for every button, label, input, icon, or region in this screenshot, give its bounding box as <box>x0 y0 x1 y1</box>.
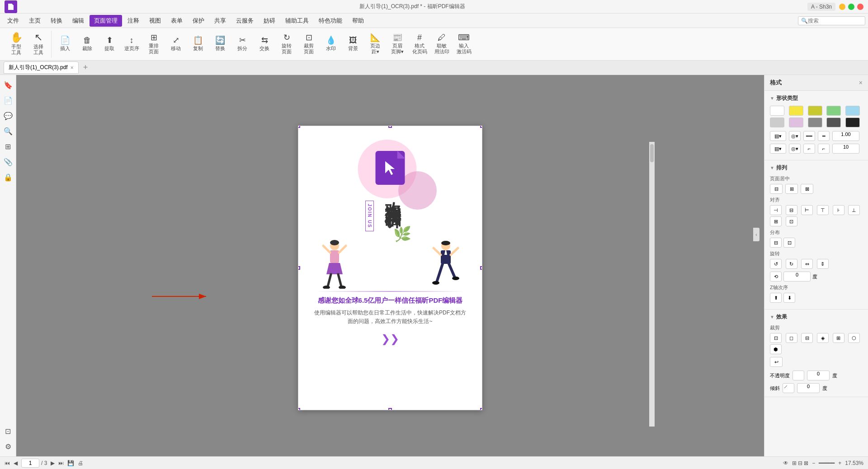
opacity-color-btn[interactable] <box>793 371 804 380</box>
menu-disturb[interactable]: 妨碍 <box>259 15 280 27</box>
maximize-button[interactable] <box>848 4 854 10</box>
sidebar-settings[interactable]: ⚙ <box>2 440 14 453</box>
background-button[interactable]: 🖼 背景 <box>342 31 364 58</box>
selection-handle-tr[interactable] <box>480 126 482 128</box>
menu-edit[interactable]: 编辑 <box>68 15 89 27</box>
border-color-btn[interactable]: ▤▾ <box>770 144 786 154</box>
swap-tool-button[interactable]: ⇆ 交换 <box>254 31 275 58</box>
menu-file[interactable]: 文件 <box>3 15 24 27</box>
crop-page-button[interactable]: ⊡ 裁剪页面 <box>298 31 320 58</box>
select-tool-button[interactable]: ↖ 选择工具 <box>28 31 49 58</box>
sidebar-security[interactable]: 🔒 <box>2 171 14 183</box>
panel-close-button[interactable]: × <box>859 79 863 86</box>
menu-view[interactable]: 视图 <box>145 15 165 27</box>
move-tool-button[interactable]: ⤢ 移动 <box>165 31 187 58</box>
shape-style-btn[interactable]: ⌐ <box>818 144 830 154</box>
selection-handle-tm[interactable] <box>388 126 392 128</box>
selection-handle-mr[interactable] <box>480 266 482 270</box>
color-swatch-black[interactable] <box>845 117 860 127</box>
selection-handle-ml[interactable] <box>298 266 300 270</box>
sidebar-forms[interactable]: ⊡ <box>2 425 14 437</box>
skew-icon-btn[interactable]: ⟋ <box>783 383 794 393</box>
fill-color-btn[interactable]: ▤▾ <box>770 131 786 141</box>
watermark-button[interactable]: 💧 水印 <box>320 31 342 58</box>
center-v-btn[interactable]: ⊞ <box>785 184 798 194</box>
skew-input[interactable]: 0 <box>797 383 820 393</box>
search-input[interactable] <box>808 18 862 24</box>
selection-handle-br[interactable] <box>480 408 482 410</box>
sidebar-thumbnail[interactable]: 📄 <box>2 94 14 107</box>
color-swatch-darkgray[interactable] <box>808 117 822 127</box>
rotate-cw-btn[interactable]: ↻ <box>786 259 797 269</box>
activate-button[interactable]: ⌨ 输入激活码 <box>453 31 475 58</box>
header-footer-button[interactable]: 📰 页眉页脚▾ <box>387 31 408 58</box>
crop-btn-7[interactable]: ⬢ <box>770 344 782 354</box>
view-mode-buttons[interactable]: ⊞ ⊟ ⊠ <box>792 460 809 466</box>
align-left-btn[interactable]: ⊣ <box>770 205 782 215</box>
color-swatch-yellow[interactable] <box>789 106 803 116</box>
crop-btn-6[interactable]: ⬡ <box>848 333 860 343</box>
menu-form[interactable]: 表单 <box>166 15 187 27</box>
nav-last-button[interactable]: ⏭ <box>58 460 64 466</box>
sidebar-comment[interactable]: 💬 <box>2 109 14 122</box>
opacity-input[interactable]: 0 <box>807 371 830 380</box>
split-tool-button[interactable]: ✂ 拆分 <box>231 31 253 58</box>
color-swatch-white[interactable] <box>770 106 784 116</box>
sidebar-bookmark[interactable]: 🔖 <box>2 79 14 91</box>
corner-style-btn[interactable]: ⌐ <box>803 144 815 154</box>
line-width-input[interactable]: 1.00 <box>832 131 859 141</box>
menu-share[interactable]: 共享 <box>210 15 231 27</box>
sidebar-search[interactable]: 🔍 <box>2 125 14 137</box>
rotate-page-button[interactable]: ↻ 旋转页面 <box>276 31 297 58</box>
crop-btn-2[interactable]: ◻ <box>786 333 797 343</box>
dist-h-btn[interactable]: ⊟ <box>770 238 782 248</box>
border-opacity-btn[interactable]: ◎▾ <box>789 144 801 154</box>
rotation-input[interactable]: 0 <box>783 272 811 281</box>
color-swatch-blue[interactable] <box>845 106 860 116</box>
arrangement-header[interactable]: ▼ 排列 <box>770 164 863 172</box>
shape-type-header[interactable]: ▼ 形状类型 <box>770 94 863 102</box>
crop-btn-5[interactable]: ⊞ <box>833 333 844 343</box>
center-h-btn[interactable]: ⊟ <box>770 184 783 194</box>
effects-header[interactable]: ▼ 效果 <box>770 313 863 321</box>
nav-next-button[interactable]: ▶ <box>51 460 55 466</box>
center-both-btn[interactable]: ⊠ <box>801 184 813 194</box>
delete-tool-button[interactable]: 🗑 裁除 <box>76 31 98 58</box>
menu-page-manage[interactable]: 页面管理 <box>90 15 122 27</box>
menu-protect[interactable]: 保护 <box>188 15 209 27</box>
selection-handle-tl[interactable] <box>298 126 300 128</box>
fill-opacity-btn[interactable]: ◎▾ <box>789 131 801 141</box>
insert-tool-button[interactable]: 📄 插入 <box>54 31 76 58</box>
crop-btn-1[interactable]: ⊡ <box>770 333 782 343</box>
zoom-in-button[interactable]: + <box>838 460 841 466</box>
save-copy-button[interactable]: 💾 <box>67 460 74 466</box>
line-weight-btn[interactable]: ━ <box>818 131 830 141</box>
z-front-btn[interactable]: ⬆ <box>770 293 782 303</box>
selection-handle-bm[interactable] <box>388 408 392 410</box>
rearrange-tool-button[interactable]: ⊞ 重排页面 <box>143 31 165 58</box>
hand-tool-button[interactable]: ✋ 手型工具 <box>5 31 27 58</box>
align-right-btn[interactable]: ⊢ <box>801 205 813 215</box>
scrollbar-thumb[interactable] <box>650 144 654 162</box>
dist-v-btn[interactable]: ⊡ <box>783 238 795 248</box>
replace-tool-button[interactable]: 🔄 替换 <box>209 31 231 58</box>
color-swatch-gray[interactable] <box>770 117 784 127</box>
menu-assist[interactable]: 辅助工具 <box>281 15 313 27</box>
rotate-ccw-btn[interactable]: ↺ <box>770 259 782 269</box>
extract-tool-button[interactable]: ⬆ 提取 <box>99 31 120 58</box>
vertical-scrollbar[interactable] <box>649 142 655 427</box>
crop-btn-3[interactable]: ⊟ <box>801 333 813 343</box>
page-number-input[interactable] <box>21 459 39 468</box>
sidebar-layers[interactable]: ⊞ <box>2 140 14 153</box>
document-tab[interactable]: 新人引导(1)_OCR(3).pdf × <box>4 61 79 74</box>
distribute-v-btn[interactable]: ⊡ <box>786 216 797 226</box>
page-margin-button[interactable]: 📐 页边距▾ <box>364 31 386 58</box>
tab-close-button[interactable]: × <box>71 65 74 71</box>
selection-handle-bl[interactable] <box>298 408 300 410</box>
align-bottom-btn[interactable]: ⊥ <box>848 205 860 215</box>
format-pagenum-button[interactable]: # 格式化页码 <box>409 31 430 58</box>
minimize-button[interactable] <box>839 4 845 10</box>
nav-first-button[interactable]: ⏮ <box>5 460 10 466</box>
search-box[interactable]: 🔍 <box>798 16 865 25</box>
menu-home[interactable]: 主页 <box>24 15 45 27</box>
